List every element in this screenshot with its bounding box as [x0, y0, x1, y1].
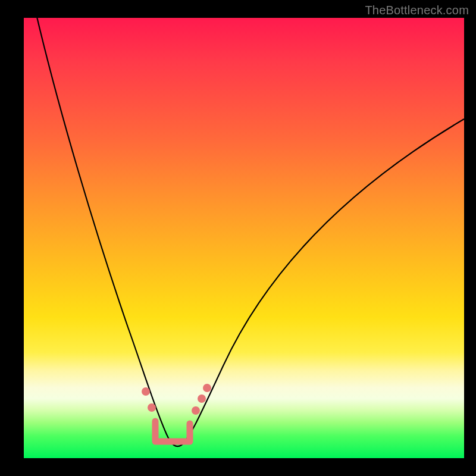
- curve-layer: [24, 18, 464, 458]
- marker-dot: [142, 387, 150, 396]
- marker-dot: [198, 394, 206, 403]
- chart-frame: TheBottleneck.com: [0, 0, 476, 476]
- watermark-text: TheBottleneck.com: [365, 4, 469, 17]
- floor-bracket: [155, 421, 190, 441]
- marker-dot: [203, 384, 211, 392]
- bottleneck-curve: [36, 12, 464, 446]
- marker-dot: [148, 403, 156, 412]
- plot-area: [24, 18, 464, 458]
- marker-dot: [192, 406, 200, 415]
